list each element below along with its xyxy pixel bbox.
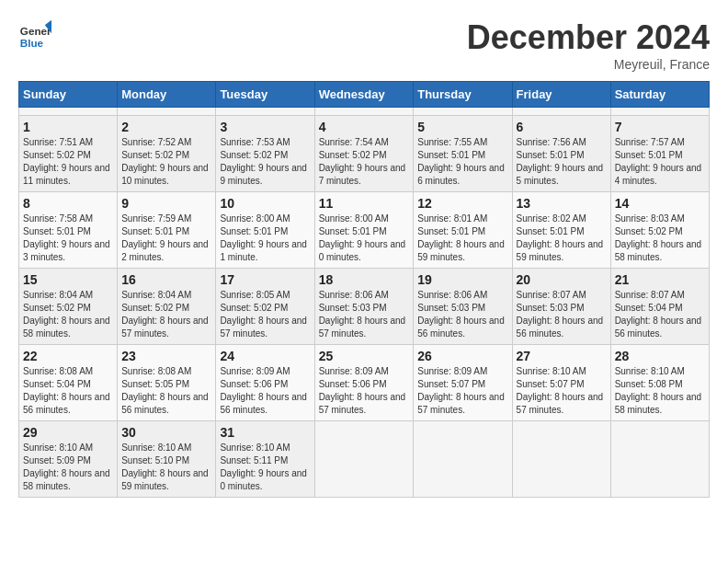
calendar-cell: 6Sunrise: 7:56 AMSunset: 5:01 PMDaylight… [512,116,610,192]
calendar-cell: 5Sunrise: 7:55 AMSunset: 5:01 PMDaylight… [414,116,512,192]
calendar-cell [216,108,314,116]
calendar-week-row: 22Sunrise: 8:08 AMSunset: 5:04 PMDayligh… [19,345,710,421]
calendar-day-header: Saturday [610,82,709,108]
calendar-cell: 10Sunrise: 8:00 AMSunset: 5:01 PMDayligh… [216,192,314,269]
day-number: 16 [121,272,211,287]
day-number: 19 [417,272,507,287]
calendar-cell: 28Sunrise: 8:10 AMSunset: 5:08 PMDayligh… [610,345,709,421]
calendar-cell [512,108,610,116]
calendar-cell: 15Sunrise: 8:04 AMSunset: 5:02 PMDayligh… [19,269,118,345]
day-info: Sunrise: 8:08 AMSunset: 5:04 PMDaylight:… [23,365,113,417]
day-number: 3 [220,120,310,134]
page-header: General Blue December 2024 Meyreuil, Fra… [18,18,710,72]
day-info: Sunrise: 8:06 AMSunset: 5:03 PMDaylight:… [417,289,507,340]
calendar-day-header: Friday [512,82,610,108]
calendar-day-header: Sunday [19,82,118,108]
day-info: Sunrise: 7:51 AMSunset: 5:02 PMDaylight:… [23,136,113,188]
calendar-cell: 9Sunrise: 7:59 AMSunset: 5:01 PMDaylight… [118,192,216,269]
day-info: Sunrise: 8:06 AMSunset: 5:03 PMDaylight:… [319,289,410,340]
calendar-cell: 2Sunrise: 7:52 AMSunset: 5:02 PMDaylight… [118,116,216,192]
calendar-header-row: SundayMondayTuesdayWednesdayThursdayFrid… [19,82,710,108]
day-info: Sunrise: 8:09 AMSunset: 5:06 PMDaylight:… [220,365,310,417]
day-number: 13 [517,196,607,211]
day-info: Sunrise: 8:10 AMSunset: 5:11 PMDaylight:… [220,442,310,493]
day-number: 21 [615,272,705,287]
calendar-cell: 20Sunrise: 8:07 AMSunset: 5:03 PMDayligh… [512,269,610,345]
day-number: 6 [517,120,607,134]
calendar-cell [414,421,512,498]
day-info: Sunrise: 8:08 AMSunset: 5:05 PMDaylight:… [121,365,211,417]
calendar-cell: 3Sunrise: 7:53 AMSunset: 5:02 PMDaylight… [216,116,314,192]
calendar-week-row: 29Sunrise: 8:10 AMSunset: 5:09 PMDayligh… [19,421,710,498]
day-info: Sunrise: 8:00 AMSunset: 5:01 PMDaylight:… [220,213,310,264]
day-info: Sunrise: 8:09 AMSunset: 5:06 PMDaylight:… [319,365,410,417]
calendar-cell: 21Sunrise: 8:07 AMSunset: 5:04 PMDayligh… [610,269,709,345]
day-number: 22 [23,349,113,363]
calendar-cell [512,421,610,498]
day-info: Sunrise: 8:10 AMSunset: 5:08 PMDaylight:… [615,365,705,417]
calendar-day-header: Thursday [414,82,512,108]
calendar-cell: 23Sunrise: 8:08 AMSunset: 5:05 PMDayligh… [118,345,216,421]
calendar-cell: 4Sunrise: 7:54 AMSunset: 5:02 PMDaylight… [314,116,414,192]
day-number: 18 [319,272,410,287]
calendar-cell: 7Sunrise: 7:57 AMSunset: 5:01 PMDaylight… [610,116,709,192]
day-number: 5 [417,120,507,134]
calendar-cell: 27Sunrise: 8:10 AMSunset: 5:07 PMDayligh… [512,345,610,421]
day-number: 17 [220,272,310,287]
day-info: Sunrise: 7:55 AMSunset: 5:01 PMDaylight:… [417,136,507,188]
calendar-cell: 29Sunrise: 8:10 AMSunset: 5:09 PMDayligh… [19,421,118,498]
calendar-week-row [19,108,710,116]
title-block: December 2024 Meyreuil, France [467,18,710,72]
calendar-cell [19,108,118,116]
svg-text:Blue: Blue [20,37,44,49]
calendar-cell: 8Sunrise: 7:58 AMSunset: 5:01 PMDaylight… [19,192,118,269]
day-info: Sunrise: 7:54 AMSunset: 5:02 PMDaylight:… [319,136,410,188]
day-info: Sunrise: 7:57 AMSunset: 5:01 PMDaylight:… [615,136,705,188]
day-info: Sunrise: 8:07 AMSunset: 5:04 PMDaylight:… [615,289,705,340]
day-info: Sunrise: 8:07 AMSunset: 5:03 PMDaylight:… [517,289,607,340]
day-info: Sunrise: 8:03 AMSunset: 5:02 PMDaylight:… [615,213,705,264]
calendar-day-header: Tuesday [216,82,314,108]
calendar-week-row: 15Sunrise: 8:04 AMSunset: 5:02 PMDayligh… [19,269,710,345]
day-info: Sunrise: 8:10 AMSunset: 5:07 PMDaylight:… [517,365,607,417]
day-info: Sunrise: 8:04 AMSunset: 5:02 PMDaylight:… [23,289,113,340]
calendar-cell: 22Sunrise: 8:08 AMSunset: 5:04 PMDayligh… [19,345,118,421]
day-number: 27 [517,349,607,363]
calendar-cell: 16Sunrise: 8:04 AMSunset: 5:02 PMDayligh… [118,269,216,345]
day-info: Sunrise: 8:10 AMSunset: 5:09 PMDaylight:… [23,442,113,493]
day-number: 14 [615,196,705,211]
calendar-table: SundayMondayTuesdayWednesdayThursdayFrid… [18,81,710,498]
day-info: Sunrise: 8:01 AMSunset: 5:01 PMDaylight:… [417,213,507,264]
logo: General Blue [18,18,51,52]
day-number: 26 [417,349,507,363]
calendar-cell: 14Sunrise: 8:03 AMSunset: 5:02 PMDayligh… [610,192,709,269]
calendar-cell [314,421,414,498]
calendar-cell: 19Sunrise: 8:06 AMSunset: 5:03 PMDayligh… [414,269,512,345]
day-number: 23 [121,349,211,363]
day-info: Sunrise: 7:58 AMSunset: 5:01 PMDaylight:… [23,213,113,264]
day-number: 15 [23,272,113,287]
day-number: 24 [220,349,310,363]
day-number: 29 [23,425,113,440]
calendar-cell: 13Sunrise: 8:02 AMSunset: 5:01 PMDayligh… [512,192,610,269]
calendar-day-header: Monday [118,82,216,108]
day-info: Sunrise: 7:52 AMSunset: 5:02 PMDaylight:… [121,136,211,188]
calendar-cell: 26Sunrise: 8:09 AMSunset: 5:07 PMDayligh… [414,345,512,421]
day-number: 7 [615,120,705,134]
day-info: Sunrise: 8:02 AMSunset: 5:01 PMDaylight:… [517,213,607,264]
day-number: 8 [23,196,113,211]
day-info: Sunrise: 8:09 AMSunset: 5:07 PMDaylight:… [417,365,507,417]
day-number: 12 [417,196,507,211]
day-info: Sunrise: 8:05 AMSunset: 5:02 PMDaylight:… [220,289,310,340]
day-number: 10 [220,196,310,211]
day-info: Sunrise: 8:04 AMSunset: 5:02 PMDaylight:… [121,289,211,340]
calendar-cell: 31Sunrise: 8:10 AMSunset: 5:11 PMDayligh… [216,421,314,498]
calendar-cell [118,108,216,116]
day-number: 31 [220,425,310,440]
calendar-week-row: 1Sunrise: 7:51 AMSunset: 5:02 PMDaylight… [19,116,710,192]
calendar-cell: 24Sunrise: 8:09 AMSunset: 5:06 PMDayligh… [216,345,314,421]
calendar-cell: 30Sunrise: 8:10 AMSunset: 5:10 PMDayligh… [118,421,216,498]
day-number: 20 [517,272,607,287]
day-info: Sunrise: 7:59 AMSunset: 5:01 PMDaylight:… [121,213,211,264]
day-number: 1 [23,120,113,134]
